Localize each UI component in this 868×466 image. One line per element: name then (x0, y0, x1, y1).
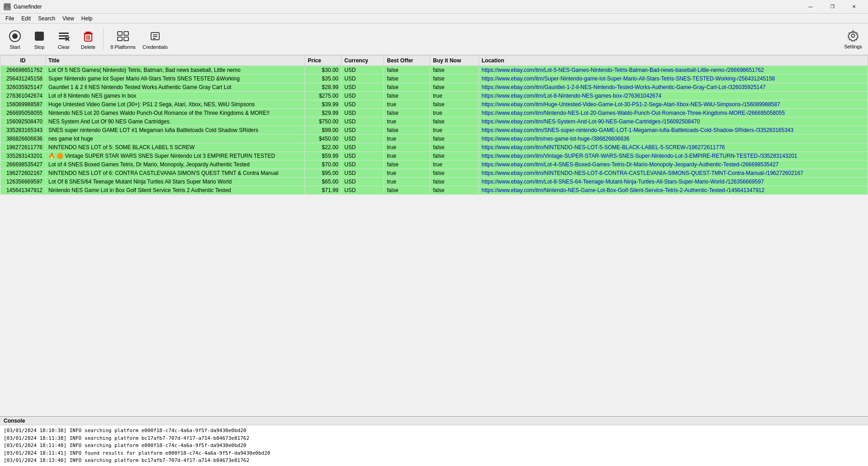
settings-button[interactable]: Settings (842, 26, 864, 53)
cell-id: 266698535427 (0, 160, 46, 169)
table-row: 335283165343 SNES super nintendo GAME LO… (0, 126, 868, 135)
cell-buy-it-now: false (430, 135, 479, 143)
cell-id: 145641347912 (0, 186, 46, 195)
cell-currency: USD (342, 126, 384, 135)
console-log: [03/01/2024 18:10:38] INFO searching pla… (0, 425, 868, 466)
location-link[interactable]: https://www.ebay.com/itm/SNES-super-nint… (482, 127, 793, 133)
console-log-line: [03/01/2024 18:11:38] INFO searching pla… (4, 435, 864, 442)
console-log-line: [03/01/2024 18:10:38] INFO searching pla… (4, 427, 864, 435)
location-link[interactable]: https://www.ebay.com/itm/Lot-8-Nintendo-… (482, 93, 661, 99)
cell-id: 335283165343 (0, 126, 46, 135)
table-row: 276361042674 Lot of 8 Nintendo NES games… (0, 92, 868, 100)
delete-button[interactable]: Delete (77, 26, 100, 53)
cell-location[interactable]: https://www.ebay.com/itm/NINTENDO-NES-LO… (479, 169, 868, 178)
col-header-title: Title (46, 56, 305, 66)
table-row: 326035925147 Gauntlet 1 & 2 ll NES Ninte… (0, 83, 868, 92)
restore-button[interactable]: ❐ (822, 0, 843, 14)
cell-title: Lot Of 5 NES Games( Nintendo) Tetris, Ba… (46, 66, 305, 75)
cell-location[interactable]: https://www.ebay.com/itm/Lot-4-SNES-Boxe… (479, 160, 868, 169)
cell-buy-it-now: false (430, 75, 479, 83)
cell-id: 266695058055 (0, 109, 46, 118)
location-link[interactable]: https://www.ebay.com/itm/Lot-4-SNES-Boxe… (482, 161, 779, 168)
cell-location[interactable]: https://www.ebay.com/itm/Vintage-SUPER-S… (479, 152, 868, 160)
cell-buy-it-now: false (430, 118, 479, 126)
location-link[interactable]: https://www.ebay.com/itm/Lot-8-SNES-64-T… (482, 179, 764, 185)
cell-best-offer: true (384, 143, 430, 152)
table-row: 256431245158 Super Nintendo game lot Sup… (0, 75, 868, 83)
location-link[interactable]: https://www.ebay.com/itm/NINTENDO-NES-LO… (482, 170, 803, 176)
cell-best-offer: true (384, 178, 430, 186)
cell-currency: USD (342, 160, 384, 169)
platforms-button[interactable]: 8 Platforms (107, 26, 139, 53)
cell-buy-it-now: false (430, 100, 479, 109)
cell-currency: USD (342, 169, 384, 178)
cell-location[interactable]: https://www.ebay.com/itm/Huge-Untested-V… (479, 100, 868, 109)
location-link[interactable]: https://www.ebay.com/itm/NINTENDO-NES-LO… (482, 144, 725, 151)
cell-best-offer: true (384, 135, 430, 143)
cell-id: 156089988587 (0, 100, 46, 109)
table-area[interactable]: ID Title Price Currency Best Offer Buy i… (0, 55, 868, 416)
results-table: ID Title Price Currency Best Offer Buy i… (0, 55, 868, 195)
cell-price: $275.00 (305, 92, 342, 100)
cell-location[interactable]: https://www.ebay.com/itm/Nintendo-NES-Ga… (479, 186, 868, 195)
location-link[interactable]: https://www.ebay.com/itm/Nintendo-NES-Lo… (482, 110, 785, 116)
console-log-line: [03/01/2024 18:13:40] INFO searching pla… (4, 457, 864, 465)
close-button[interactable]: ✕ (844, 0, 864, 14)
start-label: Start (9, 44, 20, 50)
location-link[interactable]: https://www.ebay.com/itm/Vintage-SUPER-S… (482, 153, 797, 159)
cell-title: Nintendo NES Game Lot in Box Golf Silent… (46, 186, 305, 195)
table-row: 145641347912 Nintendo NES Game Lot in Bo… (0, 186, 868, 195)
location-link[interactable]: https://www.ebay.com/itm/Lot-5-NES-Games… (482, 67, 764, 73)
minimize-button[interactable]: — (800, 0, 821, 14)
cell-location[interactable]: https://www.ebay.com/itm/Lot-8-SNES-64-T… (479, 178, 868, 186)
cell-best-offer: true (384, 100, 430, 109)
cell-buy-it-now: true (430, 160, 479, 169)
stop-label: Stop (34, 44, 45, 50)
location-link[interactable]: https://www.ebay.com/itm/Huge-Untested-V… (482, 101, 780, 108)
cell-location[interactable]: https://www.ebay.com/itm/nes-game-lot-hu… (479, 135, 868, 143)
cell-buy-it-now: false (430, 186, 479, 195)
cell-location[interactable]: https://www.ebay.com/itm/NES-System-And-… (479, 118, 868, 126)
cell-best-offer: false (384, 66, 430, 75)
cell-location[interactable]: https://www.ebay.com/itm/Lot-5-NES-Games… (479, 66, 868, 75)
menu-file[interactable]: File (2, 14, 18, 23)
credentials-label: Credentials (142, 44, 168, 50)
menu-search[interactable]: Search (34, 14, 59, 23)
location-link[interactable]: https://www.ebay.com/itm/Gauntlet-1-2-ll… (482, 84, 766, 90)
location-link[interactable]: https://www.ebay.com/itm/NES-System-And-… (482, 118, 700, 125)
cell-title: nes game lot huge (46, 135, 305, 143)
credentials-icon (148, 29, 162, 43)
cell-location[interactable]: https://www.ebay.com/itm/Super-Nintendo-… (479, 75, 868, 83)
cell-location[interactable]: https://www.ebay.com/itm/SNES-super-nint… (479, 126, 868, 135)
table-row: 196272602167 NINTENDO NES LOT of 6: CONT… (0, 169, 868, 178)
svg-rect-2 (35, 32, 44, 41)
cell-location[interactable]: https://www.ebay.com/itm/NINTENDO-NES-LO… (479, 143, 868, 152)
cell-price: $28.99 (305, 83, 342, 92)
cell-id: 196272602167 (0, 169, 46, 178)
cell-currency: USD (342, 100, 384, 109)
stop-button[interactable]: Stop (28, 26, 51, 53)
cell-title: NES System And Lot Of 90 NES Game Cartri… (46, 118, 305, 126)
cell-id: 266698651762 (0, 66, 46, 75)
clear-button[interactable]: Clear (52, 26, 75, 53)
location-link[interactable]: https://www.ebay.com/itm/Super-Nintendo-… (482, 75, 775, 82)
location-link[interactable]: https://www.ebay.com/itm/Nintendo-NES-Ga… (482, 187, 764, 193)
location-link[interactable]: https://www.ebay.com/itm/nes-game-lot-hu… (482, 136, 630, 142)
cell-location[interactable]: https://www.ebay.com/itm/Lot-8-Nintendo-… (479, 92, 868, 100)
menu-help[interactable]: Help (78, 14, 96, 23)
cell-location[interactable]: https://www.ebay.com/itm/Nintendo-NES-Lo… (479, 109, 868, 118)
console-area: Console [03/01/2024 18:10:38] INFO searc… (0, 416, 868, 466)
cell-currency: USD (342, 152, 384, 160)
cell-best-offer: true (384, 152, 430, 160)
cell-title: Gauntlet 1 & 2 ll NES Nintendo Tested Wo… (46, 83, 305, 92)
start-button[interactable]: Start (4, 26, 26, 53)
credentials-button[interactable]: Credentials (141, 26, 170, 53)
menu-view[interactable]: View (59, 14, 78, 23)
clear-label: Clear (58, 44, 70, 50)
cell-currency: USD (342, 118, 384, 126)
menu-edit[interactable]: Edit (18, 14, 34, 23)
cell-location[interactable]: https://www.ebay.com/itm/Gauntlet-1-2-ll… (479, 83, 868, 92)
table-row: 156089988587 Huge Untested Video Game Lo… (0, 100, 868, 109)
cell-title: Nintendo NES Lot 20 Games Waldo Punch-Ou… (46, 109, 305, 118)
settings-icon (847, 29, 859, 43)
